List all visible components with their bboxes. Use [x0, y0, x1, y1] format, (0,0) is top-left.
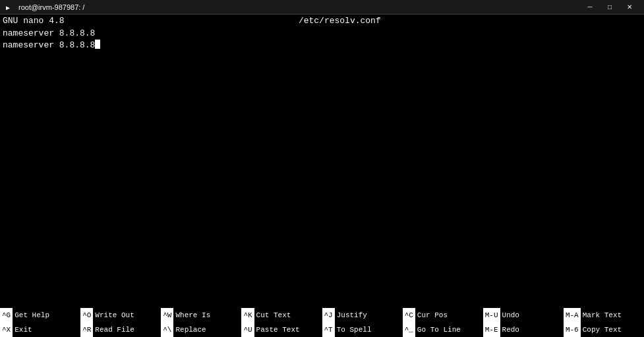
- titlebar: ▶ root@irvm-987987: / ─ □ ✕: [0, 0, 644, 15]
- shortcut-label-copy-text: Copy Text: [581, 326, 622, 334]
- shortcut-key-replace: ^\: [161, 322, 173, 337]
- shortcut-label-to-spell: To Spell: [335, 326, 372, 334]
- nano-filename: /etc/resolv.conf: [65, 16, 615, 26]
- shortcut-copy-text[interactable]: M-6 Copy Text: [564, 322, 644, 337]
- shortcut-label-write-out: Write Out: [93, 311, 134, 319]
- shortcut-label-go-to-line: Go To Line: [415, 326, 461, 334]
- shortcut-label-paste-text: Paste Text: [254, 326, 300, 334]
- shortcut-label-read-file: Read File: [93, 326, 134, 334]
- shortcut-key-get-help: ^G: [0, 308, 13, 322]
- shortcut-cur-pos[interactable]: ^C Cur Pos: [403, 308, 483, 322]
- shortcut-label-undo: Undo: [500, 311, 519, 319]
- shortcut-justify[interactable]: ^J Justify: [322, 308, 403, 322]
- terminal-icon: ▶: [5, 3, 15, 12]
- shortcut-undo[interactable]: M-U Undo: [483, 308, 564, 322]
- shortcut-write-out[interactable]: ^O Write Out: [80, 308, 161, 322]
- shortcut-label-where-is: Where Is: [173, 311, 210, 319]
- shortcut-key-justify: ^J: [322, 308, 335, 322]
- shortcut-label-mark-text: Mark Text: [581, 311, 622, 319]
- shortcut-row-1: ^G Get Help ^O Write Out ^W Where Is ^K …: [0, 308, 644, 322]
- shortcut-label-replace: Replace: [173, 326, 206, 334]
- shortcut-key-paste-text: ^U: [241, 322, 254, 337]
- window-controls: ─ □ ✕: [581, 1, 639, 13]
- shortcut-label-redo: Redo: [500, 326, 519, 334]
- shortcut-redo[interactable]: M-E Redo: [483, 322, 564, 337]
- shortcut-label-get-help: Get Help: [13, 311, 49, 319]
- maximize-button[interactable]: □: [600, 1, 619, 13]
- editor-line-2-text: nameserver 8.8.8.8: [3, 40, 95, 51]
- window-title: root@irvm-987987: /: [18, 3, 84, 11]
- shortcut-where-is[interactable]: ^W Where Is: [161, 308, 241, 322]
- shortcut-key-go-to-line: ^_: [403, 322, 415, 337]
- shortcut-key-exit: ^X: [0, 322, 13, 337]
- shortcut-key-cur-pos: ^C: [403, 308, 415, 322]
- shortcut-label-justify: Justify: [335, 311, 367, 319]
- close-button[interactable]: ✕: [620, 1, 639, 13]
- shortcut-key-undo: M-U: [483, 308, 500, 322]
- shortcut-exit[interactable]: ^X Exit: [0, 322, 80, 337]
- editor-line-2: nameserver 8.8.8.8: [3, 40, 641, 51]
- editor-line-1: nameserver 8.8.8.8: [3, 28, 641, 40]
- shortcut-key-redo: M-E: [483, 322, 500, 337]
- shortcut-go-to-line[interactable]: ^_ Go To Line: [403, 322, 483, 337]
- shortcut-bar: ^G Get Help ^O Write Out ^W Where Is ^K …: [0, 308, 644, 337]
- shortcut-mark-text[interactable]: M-A Mark Text: [564, 308, 644, 322]
- shortcut-key-to-spell: ^T: [322, 322, 335, 337]
- shortcut-label-cur-pos: Cur Pos: [415, 311, 448, 319]
- editor-line-1-text: nameserver 8.8.8.8: [3, 28, 95, 40]
- shortcut-get-help[interactable]: ^G Get Help: [0, 308, 80, 322]
- nano-version: GNU nano 4.8: [3, 16, 65, 26]
- shortcut-replace[interactable]: ^\ Replace: [161, 322, 241, 337]
- shortcut-label-exit: Exit: [13, 326, 32, 334]
- minimize-button[interactable]: ─: [581, 1, 599, 13]
- shortcut-key-where-is: ^W: [161, 308, 173, 322]
- shortcut-key-read-file: ^R: [80, 322, 93, 337]
- shortcut-key-mark-text: M-A: [564, 308, 581, 322]
- shortcut-key-copy-text: M-6: [564, 322, 581, 337]
- text-cursor: [95, 40, 100, 49]
- shortcut-paste-text[interactable]: ^U Paste Text: [241, 322, 322, 337]
- shortcut-read-file[interactable]: ^R Read File: [80, 322, 161, 337]
- shortcut-cut-text[interactable]: ^K Cut Text: [241, 308, 322, 322]
- shortcut-to-spell[interactable]: ^T To Spell: [322, 322, 403, 337]
- shortcut-label-cut-text: Cut Text: [254, 311, 291, 319]
- shortcut-key-write-out: ^O: [80, 308, 93, 322]
- titlebar-left: ▶ root@irvm-987987: /: [5, 3, 84, 12]
- editor-area[interactable]: nameserver 8.8.8.8 nameserver 8.8.8.8: [0, 26, 644, 308]
- nano-header: GNU nano 4.8 /etc/resolv.conf: [0, 15, 644, 26]
- shortcut-key-cut-text: ^K: [241, 308, 254, 322]
- svg-text:▶: ▶: [6, 4, 10, 11]
- shortcut-row-2: ^X Exit ^R Read File ^\ Replace ^U Paste…: [0, 322, 644, 337]
